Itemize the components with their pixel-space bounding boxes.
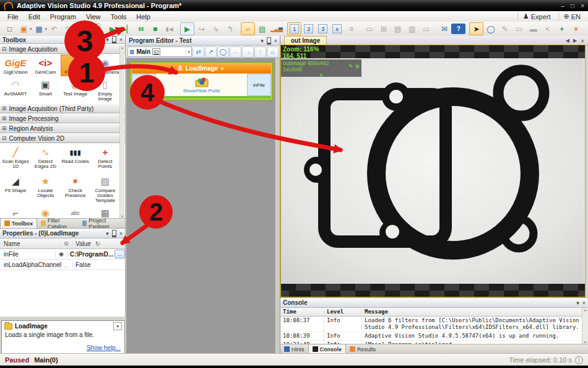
property-row-infile[interactable]: inFile ◉ C:\ProgramD......	[0, 249, 125, 260]
property-row-inloadalphachannel[interactable]: inLoadAlphaChannel ‿ False	[0, 260, 125, 270]
menu-edit[interactable]: Edit	[24, 13, 45, 20]
menu-file[interactable]: File	[2, 13, 24, 20]
open-caret-icon[interactable]: ▾	[30, 27, 32, 32]
layout-single-button[interactable]: ▭	[362, 22, 376, 35]
prev-tab-icon[interactable]: ◀	[566, 38, 569, 45]
infile-browse-button[interactable]: ...	[115, 250, 125, 258]
tool-locate-objects[interactable]: ★Locate Objects	[30, 173, 60, 204]
tab-console[interactable]: Console	[308, 344, 347, 354]
section-image-acquisition[interactable]: ⊟Image Acquisition	[0, 44, 125, 54]
section-computer-vision-2d[interactable]: ⊟Computer Vision 2D	[0, 133, 125, 143]
view-page-2-button[interactable]: 2	[301, 22, 316, 35]
toolbox-pin-icon[interactable]	[112, 36, 116, 43]
tab-project-explorer[interactable]: Project Explorer	[79, 219, 125, 228]
tool-gigevision[interactable]: GigEGigEVision	[1, 55, 30, 76]
help-button[interactable]: ?	[451, 24, 465, 34]
tab-results[interactable]: Results	[346, 344, 379, 354]
toolbox-scrollbar[interactable]: ▲▼	[119, 46, 124, 218]
nav-home-button[interactable]: ⌂	[267, 46, 279, 58]
section-image-acquisition-third-party[interactable]: ⊞Image Acquisition (Third Party)	[0, 103, 125, 113]
view-page-1-button[interactable]: 1	[287, 22, 301, 35]
step-out-button[interactable]: ↰	[223, 22, 237, 35]
tool-fit-shape[interactable]: ◢Fit Shape	[1, 173, 30, 204]
run-button[interactable]: ▶	[105, 22, 119, 35]
console-scrollbar[interactable]: ▲▼	[582, 308, 588, 344]
image-preview[interactable]: Zoom: 116% 164, 511 outImage 656x492 1xU…	[280, 45, 586, 297]
step-over-button[interactable]: ↪	[194, 22, 209, 35]
tool-smart[interactable]: ▣Smart	[30, 76, 60, 103]
toolbox-menu-icon[interactable]: ▾	[106, 37, 109, 43]
layout-horizontal-button[interactable]: ▤	[391, 22, 405, 35]
tab-hints[interactable]: Hints	[280, 344, 308, 354]
pause-button[interactable]: ▮▮	[134, 22, 148, 35]
tool-compare-golden-template[interactable]: ▨Compare Golden Template	[90, 173, 120, 204]
console-row[interactable]: 10:08:37 Info Loaded 6 filters from [C:\…	[280, 317, 588, 332]
points-tool-button[interactable]: +	[555, 22, 569, 35]
open-file-button[interactable]: ▣	[17, 22, 31, 35]
tab-filter-catalog[interactable]: Filter Catalog	[37, 219, 78, 228]
view-page-hmi-button[interactable]: ≡	[344, 22, 358, 35]
stop-button[interactable]: ■	[148, 22, 162, 35]
extract-macro-button[interactable]: ↗	[205, 46, 217, 58]
macrofilter-combo[interactable]: Main▾	[77, 24, 100, 34]
profile-tool-button[interactable]: ✶	[569, 22, 583, 35]
tool-from-file[interactable]: ▣From File	[61, 55, 90, 76]
save-button[interactable]: ▦	[32, 22, 46, 35]
tool-avsmart[interactable]: ◠AvSMART	[1, 76, 30, 103]
run-selected-button[interactable]: ▶	[180, 22, 194, 35]
new-file-button[interactable]: □	[2, 22, 17, 35]
close-view-icon[interactable]: ⊗	[355, 63, 360, 69]
close-button[interactable]: ×	[581, 2, 584, 9]
nav-up-button[interactable]: ↑	[254, 46, 266, 58]
tool-genicam[interactable]: <i>GenICam	[30, 55, 60, 76]
settings-wrench-button[interactable]: ⌐	[241, 22, 255, 35]
console-close-icon[interactable]: ×	[582, 300, 586, 306]
properties-pin-icon[interactable]	[112, 230, 116, 237]
probe-tool-button[interactable]: ✎	[498, 22, 512, 35]
menu-tools[interactable]: Tools	[106, 13, 132, 20]
nav-forward-button[interactable]: →	[242, 46, 254, 58]
program-editor-menu-icon[interactable]: ▾	[261, 38, 264, 44]
menu-view[interactable]: View	[81, 13, 106, 20]
language-button[interactable]: ⊕EN	[558, 12, 586, 20]
properties-menu-icon[interactable]: ▾	[106, 230, 109, 237]
infile-eye-icon[interactable]: ◉	[56, 251, 67, 257]
tool-scan-edges-1d[interactable]: ╱Scan Edges 1D	[1, 144, 30, 173]
program-editor-close-icon[interactable]: ×	[274, 38, 277, 44]
show-hide-ports-link[interactable]: Show/Hide Ports	[183, 88, 220, 94]
send-feedback-button[interactable]: ✉	[437, 22, 451, 35]
show-help-link[interactable]: Show help...	[87, 344, 121, 351]
sync-views-button[interactable]: ⇄	[192, 46, 204, 58]
toolbox-close-icon[interactable]: ×	[119, 37, 123, 43]
layout-hmi-button[interactable]: ▭	[419, 22, 433, 35]
expert-mode-button[interactable]: ♟Expert	[517, 12, 556, 20]
next-tab-icon[interactable]: ▶	[573, 38, 577, 45]
helpbox-close-button[interactable]: ×	[113, 322, 122, 330]
tool-test-image[interactable]: ◉Test Image	[61, 76, 90, 103]
tab-out-image[interactable]: out Image	[284, 36, 327, 45]
zoom-tool-button[interactable]: ◯	[483, 22, 498, 35]
program-canvas[interactable]: 0. LoadImage✦ outImage Show/Hide Ports i…	[126, 58, 280, 353]
loadimage-filter-block[interactable]: 0. LoadImage✦ outImage Show/Hide Ports i…	[131, 63, 272, 100]
combo-caret-icon[interactable]: ▾	[93, 27, 98, 32]
nav-back-button[interactable]: ←	[230, 46, 241, 58]
tool-read-codes[interactable]: ▮▮▮Read Codes	[61, 144, 90, 173]
tool-empty-image[interactable]: ▯Empty Image	[90, 76, 120, 103]
layout-vertical-button[interactable]: ▥	[405, 22, 419, 35]
properties-close-icon[interactable]: ×	[119, 230, 123, 237]
in-port[interactable]: inFile	[247, 74, 271, 96]
view-page-xml-button[interactable]: x	[330, 22, 344, 35]
angle-tool-button[interactable]: <	[540, 22, 555, 35]
iterate-back-button[interactable]: ▮◀	[162, 22, 176, 35]
tab-toolbox[interactable]: Toolbox	[0, 218, 37, 228]
statistics-button[interactable]: ▂▄▆	[269, 22, 283, 35]
ruler-tool-button[interactable]: ▬	[526, 22, 540, 35]
edit-view-icon[interactable]: ✎	[348, 63, 353, 69]
tool-webcamera[interactable]: ◉WebCamera	[90, 55, 120, 76]
tool-detect-points[interactable]: +Detect Points	[90, 144, 120, 173]
rect-tool-button[interactable]: ▭	[512, 22, 526, 35]
find-button[interactable]: ◯	[217, 46, 229, 58]
program-editor-pin-icon[interactable]	[267, 37, 271, 45]
collapse-info-icon[interactable]: «	[319, 72, 324, 78]
step-into-button[interactable]: ↳	[209, 22, 223, 35]
